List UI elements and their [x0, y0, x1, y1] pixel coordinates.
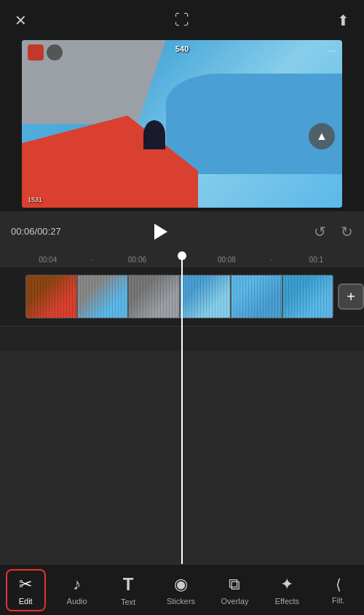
ruler-mark-7: 00:1: [294, 256, 339, 264]
effects-icon: ✦: [280, 575, 293, 594]
overlay-icon: ⧉: [229, 575, 240, 594]
text-icon: T: [123, 574, 134, 595]
clip-frame-2: [77, 275, 129, 318]
expand-button[interactable]: ⛶: [175, 12, 189, 28]
playback-controls: 00:06/00:27 ↺ ↻: [0, 211, 364, 251]
game-hud-time: 1531: [28, 196, 42, 203]
clip-frame-1: [25, 275, 77, 318]
toolbar-item-edit[interactable]: ✂ Edit: [6, 569, 46, 611]
game-icon2: [47, 44, 63, 60]
ruler-mark-3: 00:06: [115, 256, 159, 264]
game-arrow-button[interactable]: ▲: [309, 123, 335, 149]
close-button[interactable]: ✕: [15, 12, 27, 29]
edit-icon: ✂: [19, 575, 32, 594]
ruler-mark-1: 00:04: [25, 256, 70, 264]
video-preview-inner: 540 1531 ··· ▲: [22, 40, 342, 208]
top-bar: ✕ ⛶ ⬆: [0, 0, 364, 40]
clip-frame-5: [231, 275, 282, 318]
export-button[interactable]: ⬆: [337, 12, 349, 29]
video-preview: 540 1531 ··· ▲: [22, 40, 342, 208]
clip-frame-4: [180, 275, 232, 318]
ruler-mark-5: 00:08: [205, 256, 249, 264]
text-label: Text: [121, 598, 135, 606]
play-button[interactable]: [147, 219, 173, 245]
game-logo-icon: [28, 44, 44, 60]
filter-label: Filt.: [332, 596, 345, 605]
ruler-mark-6: ·: [249, 256, 293, 264]
filter-icon: ⟨: [336, 576, 341, 593]
play-icon: [154, 224, 167, 240]
ruler-mark-2: ·: [70, 256, 114, 264]
stickers-icon: ◉: [174, 575, 188, 594]
redo-button[interactable]: ↻: [341, 223, 353, 240]
edit-label: Edit: [19, 597, 33, 606]
time-display: 00:06/00:27: [11, 226, 76, 237]
toolbar-item-effects[interactable]: ✦ Effects: [267, 569, 307, 611]
audio-label: Audio: [67, 597, 87, 606]
effects-label: Effects: [275, 597, 299, 606]
toolbar-item-filter[interactable]: ⟨ Filt.: [318, 570, 358, 611]
game-background: 540 1531 ··· ▲: [22, 40, 342, 208]
game-dots-icon: ···: [328, 44, 336, 56]
toolbar-item-overlay[interactable]: ⧉ Overlay: [214, 569, 256, 611]
undo-button[interactable]: ↺: [314, 223, 326, 240]
bottom-toolbar: ✂ Edit ♪ Audio T Text ◉ Stickers ⧉ Overl…: [0, 564, 364, 615]
overlay-label: Overlay: [221, 597, 249, 606]
toolbar-item-stickers[interactable]: ◉ Stickers: [159, 569, 202, 611]
toolbar-item-audio[interactable]: ♪ Audio: [57, 569, 97, 611]
toolbar-item-text[interactable]: T Text: [108, 568, 149, 612]
stickers-label: Stickers: [167, 597, 195, 606]
game-character: [143, 120, 165, 149]
clip-container[interactable]: [25, 275, 333, 318]
playhead[interactable]: [181, 251, 183, 564]
audio-icon: ♪: [73, 575, 81, 594]
game-hud-score: 540: [175, 44, 189, 53]
clip-frame-3: [128, 275, 180, 318]
clip-frame-6: [282, 275, 334, 318]
add-clip-button[interactable]: +: [338, 283, 364, 310]
undo-redo-controls: ↺ ↻: [314, 223, 353, 240]
